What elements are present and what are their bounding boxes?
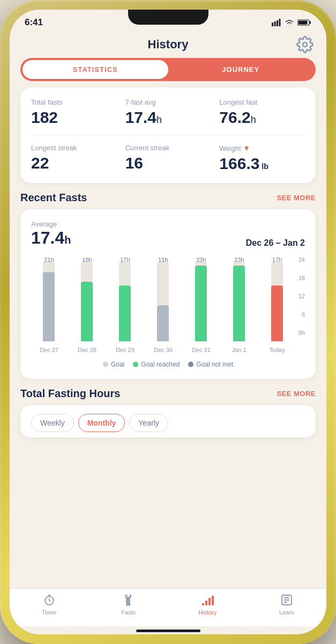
tab-journey[interactable]: JOURNEY — [168, 60, 314, 79]
period-tabs: Weekly Monthly Yearly — [31, 414, 305, 432]
svg-rect-1 — [274, 21, 276, 26]
total-fasting-see-more[interactable]: SEE MORE — [277, 390, 316, 398]
bar-wrap-3 — [145, 266, 181, 341]
bar-actual-5 — [233, 266, 245, 341]
settings-icon[interactable] — [296, 36, 313, 53]
recent-fasts-header: Recent Fasts SEE MORE — [10, 192, 326, 204]
signal-icon — [272, 19, 281, 26]
bar-wrap-6 — [259, 266, 295, 341]
bar-wrap-0 — [31, 266, 67, 341]
avg-label: 7-fast avg — [125, 98, 211, 106]
bar-actual-0 — [43, 272, 55, 341]
chart-header: Average 17.4h Dec 26 – Jan 2 — [31, 220, 305, 248]
svg-rect-6 — [298, 21, 308, 25]
total-fasts-value: 182 — [31, 108, 117, 126]
battery-icon — [297, 19, 311, 26]
total-fasting-card: Weekly Monthly Yearly — [20, 405, 316, 437]
bar-wrap-4 — [183, 266, 219, 341]
home-indicator — [136, 630, 200, 632]
svg-rect-0 — [272, 23, 273, 26]
recent-fasts-see-more[interactable]: SEE MORE — [277, 194, 316, 202]
tab-statistics[interactable]: STATISTICS — [23, 60, 168, 79]
tab-monthly[interactable]: Monthly — [78, 414, 125, 432]
bar-actual-1 — [81, 282, 93, 341]
bar-actual-2 — [119, 286, 131, 341]
svg-rect-11 — [202, 603, 204, 605]
bar-label-bottom-2: Dec 29 — [116, 347, 135, 353]
bar-col-5: 23hJan 1 — [221, 257, 257, 353]
bar-actual-3 — [157, 305, 169, 341]
legend-dot-reached — [133, 362, 138, 367]
phone-frame: 6:41 — [0, 0, 336, 644]
stats-grid: Total fasts 182 7-fast avg 17.4h Longest… — [31, 98, 305, 126]
bar-actual-6 — [271, 286, 283, 341]
bar-label-bottom-4: Dec 31 — [192, 347, 211, 353]
longest-value: 76.2h — [219, 108, 305, 126]
recent-fasts-title: Recent Fasts — [20, 192, 87, 204]
bar-col-2: 17hDec 29 — [107, 257, 143, 353]
legend-goal: Goal — [103, 361, 124, 368]
stat-current-streak: Current streak 16 — [125, 144, 211, 172]
weight-value: 166.3 lb — [219, 155, 305, 172]
bar-label-bottom-5: Jan 1 — [232, 347, 247, 353]
page-title: History — [148, 38, 189, 52]
legend-dot-goal — [103, 362, 108, 367]
chart-avg-label: Average — [31, 220, 71, 228]
legend-goal-reached: Goal reached — [133, 361, 180, 368]
chart-avg-value: 17.4h — [31, 228, 71, 248]
bar-col-0: 21hDec 27 — [31, 257, 67, 353]
timer-icon — [42, 593, 56, 607]
total-fasting-title: Total Fasting Hours — [20, 387, 120, 400]
svg-rect-5 — [310, 21, 311, 24]
nav-learn[interactable]: Learn — [271, 593, 303, 616]
svg-rect-13 — [208, 598, 211, 605]
notch — [128, 10, 208, 25]
legend-label-not-met: Goal not met — [196, 361, 233, 368]
app-header: History — [10, 31, 326, 52]
stat-avg: 7-fast avg 17.4h — [125, 98, 211, 126]
learn-icon — [280, 593, 294, 607]
svg-point-7 — [303, 42, 307, 47]
nav-history-label: History — [198, 609, 216, 616]
status-icons — [272, 19, 311, 26]
legend-label-goal: Goal — [111, 361, 124, 368]
nav-fasts[interactable]: Fasts — [113, 593, 145, 616]
stat-longest-streak: Longest streak 22 — [31, 144, 117, 172]
total-fasting-header: Total Fasting Hours SEE MORE — [10, 387, 326, 400]
chart-avg: Average 17.4h — [31, 220, 71, 248]
fasts-icon — [122, 593, 136, 607]
bar-wrap-5 — [221, 266, 257, 341]
tab-weekly[interactable]: Weekly — [31, 414, 74, 432]
avg-value: 17.4h — [125, 108, 211, 126]
nav-timer[interactable]: Timer — [33, 593, 65, 616]
stat-total-fasts: Total fasts 182 — [31, 98, 117, 126]
svg-rect-2 — [277, 20, 278, 26]
chart-legend: Goal Goal reached Goal not met — [31, 361, 305, 368]
bar-col-1: 18hDec 28 — [69, 257, 105, 353]
bar-label-bottom-0: Dec 27 — [40, 347, 58, 353]
bottom-nav: Timer Fasts — [10, 588, 326, 626]
wifi-icon — [285, 19, 294, 26]
total-fasts-label: Total fasts — [31, 98, 117, 106]
legend-dot-not-met — [188, 362, 193, 367]
svg-rect-14 — [212, 596, 214, 605]
chart-card: Average 17.4h Dec 26 – Jan 2 21hDec 2718… — [20, 209, 316, 379]
bar-col-3: 11hDec 30 — [145, 257, 181, 353]
nav-history[interactable]: History — [191, 593, 223, 616]
bar-col-4: 23hDec 31 — [183, 257, 219, 353]
bar-label-bottom-3: Dec 30 — [154, 347, 173, 353]
nav-learn-label: Learn — [279, 609, 294, 616]
bar-wrap-1 — [69, 266, 105, 341]
nav-fasts-label: Fasts — [121, 609, 136, 616]
bar-wrap-2 — [107, 266, 143, 341]
stat-longest: Longest fast 76.2h — [219, 98, 305, 126]
bar-actual-4 — [195, 266, 207, 341]
longest-streak-value: 22 — [31, 154, 117, 172]
nav-timer-label: Timer — [42, 609, 57, 616]
tab-yearly[interactable]: Yearly — [129, 414, 168, 432]
bar-label-bottom-1: Dec 28 — [78, 347, 96, 353]
stats-grid-2: Longest streak 22 Current streak 16 Weig… — [31, 144, 305, 172]
bar-chart-area: 21hDec 2718hDec 2817hDec 2911hDec 3023hD… — [31, 257, 295, 353]
y-axis: 24 18 12 6 0h — [298, 257, 305, 336]
longest-label: Longest fast — [219, 98, 305, 106]
